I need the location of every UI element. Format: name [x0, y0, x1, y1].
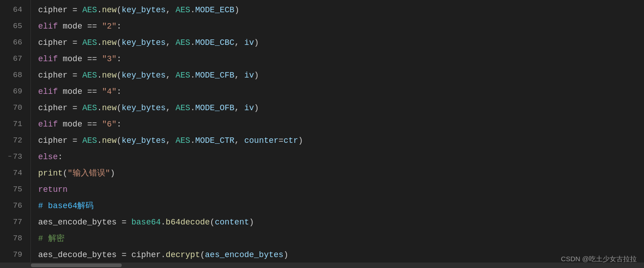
- line-number: 68: [5, 67, 26, 83]
- scrollbar-thumb[interactable]: [31, 263, 122, 267]
- code-line: return: [31, 181, 644, 198]
- line-number: 74: [5, 165, 26, 181]
- code-line: elif mode == "3":: [31, 51, 644, 67]
- code-line: # base64解码: [31, 198, 644, 214]
- code-line: elif mode == "4":: [31, 83, 644, 100]
- line-number: 79: [5, 247, 26, 263]
- code-line: cipher = AES.new(key_bytes, AES.MODE_CBC…: [31, 34, 644, 51]
- line-number: −73: [5, 149, 26, 165]
- code-line: aes_encode_bytes = base64.b64decode(cont…: [31, 214, 644, 230]
- code-line: elif mode == "6":: [31, 116, 644, 132]
- code-line: print("输入错误"): [31, 165, 644, 181]
- code-line: cipher = AES.new(key_bytes, AES.MODE_CFB…: [31, 67, 644, 83]
- line-number: 77: [5, 214, 26, 230]
- code-line: elif mode == "2":: [31, 18, 644, 34]
- line-number: 67: [5, 51, 26, 67]
- line-number: 71: [5, 116, 26, 132]
- code-line: aes_decode_bytes = cipher.decrypt(aes_en…: [31, 247, 644, 263]
- horizontal-scrollbar[interactable]: [0, 263, 644, 268]
- line-number: 65: [5, 18, 26, 34]
- code-line: cipher = AES.new(key_bytes, AES.MODE_ECB…: [31, 2, 644, 18]
- line-number: 64: [5, 2, 26, 18]
- code-line: cipher = AES.new(key_bytes, AES.MODE_OFB…: [31, 100, 644, 116]
- code-line: else:: [31, 149, 644, 165]
- line-number: 69: [5, 83, 26, 100]
- line-number: 76: [5, 198, 26, 214]
- line-number: 75: [5, 181, 26, 198]
- fold-icon[interactable]: −: [8, 149, 12, 165]
- line-number: 70: [5, 100, 26, 116]
- line-number: 72: [5, 132, 26, 149]
- code-line: # 解密: [31, 230, 644, 247]
- code-line: cipher = AES.new(key_bytes, AES.MODE_CTR…: [31, 132, 644, 149]
- code-editor: 646566676869707172−73747576777879 cipher…: [0, 0, 644, 268]
- code-content: cipher = AES.new(key_bytes, AES.MODE_ECB…: [31, 0, 644, 268]
- line-number: 78: [5, 230, 26, 247]
- line-numbers-gutter: 646566676869707172−73747576777879: [0, 0, 31, 268]
- line-number: 66: [5, 34, 26, 51]
